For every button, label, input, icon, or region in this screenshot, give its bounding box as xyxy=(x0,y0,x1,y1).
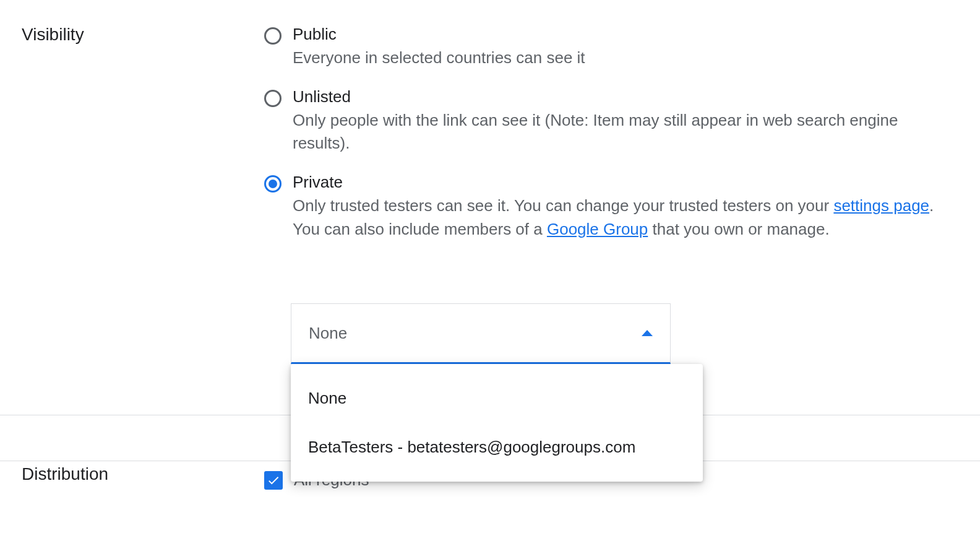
radio-button-public[interactable] xyxy=(264,27,282,45)
visibility-label: Visibility xyxy=(22,25,264,45)
radio-option-unlisted[interactable]: Unlisted Only people with the link can s… xyxy=(264,87,958,155)
distribution-label: Distribution xyxy=(22,464,264,484)
private-desc2-post: that you own or manage. xyxy=(648,220,829,238)
distribution-label-col: Distribution xyxy=(22,464,264,490)
radio-option-private[interactable]: Private Only trusted testers can see it.… xyxy=(264,173,958,241)
private-desc2-pre: You can also include members of a xyxy=(293,220,547,238)
visibility-label-col: Visibility xyxy=(22,25,264,258)
radio-option-public[interactable]: Public Everyone in selected countries ca… xyxy=(264,25,958,70)
dropdown-option-betatesters[interactable]: BetaTesters - betatesters@googlegroups.c… xyxy=(291,423,703,472)
dropdown-option-none[interactable]: None xyxy=(291,374,703,423)
all-regions-checkbox[interactable] xyxy=(264,471,283,490)
checkmark-icon xyxy=(267,474,280,487)
google-group-link[interactable]: Google Group xyxy=(547,220,648,238)
radio-title-unlisted: Unlisted xyxy=(293,87,958,106)
radio-button-private[interactable] xyxy=(264,175,282,193)
radio-button-unlisted[interactable] xyxy=(264,90,282,107)
group-select-wrap: None None BetaTesters - betatesters@goog… xyxy=(291,303,703,482)
group-select[interactable]: None xyxy=(291,303,671,364)
visibility-section: Visibility Public Everyone in selected c… xyxy=(0,0,980,258)
radio-desc-private: Only trusted testers can see it. You can… xyxy=(293,194,958,241)
private-desc-mid: . xyxy=(929,196,934,215)
radio-desc-unlisted: Only people with the link can see it (No… xyxy=(293,109,958,155)
chevron-up-icon xyxy=(642,330,653,336)
group-select-value: None xyxy=(309,324,347,343)
group-dropdown-menu: None BetaTesters - betatesters@googlegro… xyxy=(291,364,703,482)
radio-title-public: Public xyxy=(293,25,958,44)
private-desc-pre: Only trusted testers can see it. You can… xyxy=(293,196,833,215)
settings-page-link[interactable]: settings page xyxy=(833,196,929,215)
visibility-content: Public Everyone in selected countries ca… xyxy=(264,25,958,258)
radio-text-unlisted: Unlisted Only people with the link can s… xyxy=(293,87,958,155)
radio-desc-public: Everyone in selected countries can see i… xyxy=(293,46,958,70)
radio-text-public: Public Everyone in selected countries ca… xyxy=(293,25,958,70)
radio-text-private: Private Only trusted testers can see it.… xyxy=(293,173,958,241)
radio-title-private: Private xyxy=(293,173,958,192)
